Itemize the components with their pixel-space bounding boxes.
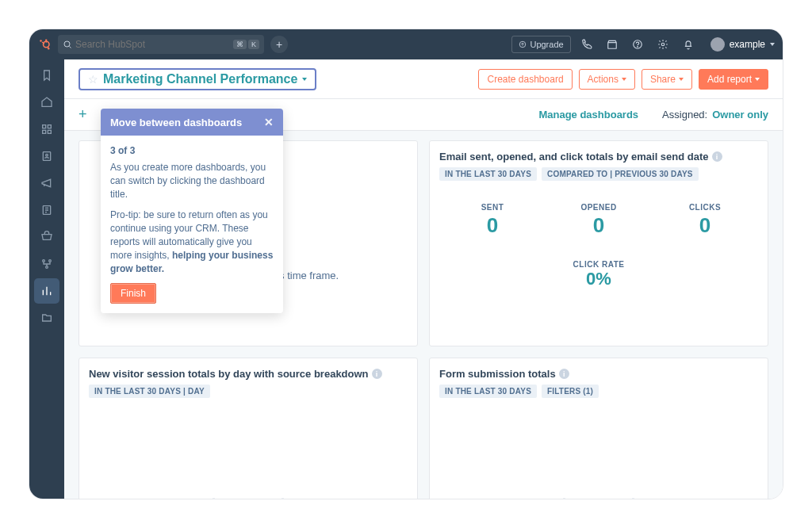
search-input[interactable] <box>75 39 230 50</box>
marketplace-icon[interactable] <box>603 35 622 54</box>
assigned-label: Assigned: <box>662 109 707 121</box>
settings-icon[interactable] <box>653 35 672 54</box>
user-avatar <box>710 37 725 52</box>
dashboard-title: Marketing Channel Performance <box>103 72 297 86</box>
upgrade-label: Upgrade <box>530 40 563 49</box>
reporting-icon[interactable] <box>34 278 59 304</box>
report-card-email: Email sent, opened, and click totals by … <box>429 140 768 346</box>
svg-point-1 <box>45 40 47 41</box>
svg-rect-15 <box>48 125 51 128</box>
metric-label: SENT <box>439 203 546 212</box>
chevron-down-icon <box>755 78 760 81</box>
hubspot-logo-icon <box>37 37 52 52</box>
dashboard-switcher[interactable]: ☆ Marketing Channel Performance <box>79 68 316 90</box>
info-icon[interactable]: i <box>712 151 722 162</box>
add-filter-button[interactable]: + <box>79 106 87 123</box>
topbar: ⌘K + Upgrade example <box>29 29 783 59</box>
popover-title: Move between dashboards <box>110 117 242 128</box>
info-icon[interactable]: i <box>372 369 382 379</box>
assigned-value[interactable]: Owner only <box>712 109 768 121</box>
finish-button[interactable]: Finish <box>110 283 156 304</box>
report-card-forms: Form submission totals i IN THE LAST 30 … <box>429 358 768 499</box>
filter-pill[interactable]: IN THE LAST 30 DAYS <box>439 385 537 398</box>
chevron-down-icon <box>302 78 307 81</box>
svg-point-12 <box>637 47 638 48</box>
filter-pill[interactable]: FILTERS (1) <box>542 385 599 398</box>
create-button[interactable]: + <box>270 36 288 53</box>
metric-label: CLICK RATE <box>439 260 758 269</box>
notifications-icon[interactable] <box>679 35 698 54</box>
filter-pill[interactable]: IN THE LAST 30 DAYS | DAY <box>89 385 210 398</box>
actions-menu[interactable]: Actions <box>579 69 635 90</box>
chevron-down-icon <box>622 78 626 81</box>
metric-label: OPENED <box>546 203 652 212</box>
upgrade-arrow-icon <box>519 40 527 48</box>
svg-point-21 <box>43 260 45 262</box>
marketing-icon[interactable] <box>34 170 59 196</box>
svg-line-8 <box>70 47 71 48</box>
phone-icon[interactable] <box>577 35 596 54</box>
svg-point-7 <box>64 41 70 47</box>
report-card-visitors: New visitor session totals by day with s… <box>79 358 418 499</box>
empty-illustration-icon <box>563 498 634 499</box>
share-menu[interactable]: Share <box>642 69 692 90</box>
filter-pill[interactable]: IN THE LAST 30 DAYS <box>439 167 537 181</box>
svg-rect-14 <box>43 125 46 128</box>
empty-illustration-icon <box>213 498 284 499</box>
metric-value: 0 <box>439 213 546 238</box>
left-sidebar <box>29 59 64 499</box>
library-icon[interactable] <box>34 305 59 331</box>
popover-text: Pro-tip: be sure to return often as you … <box>110 209 274 275</box>
metric-value: 0% <box>439 269 758 289</box>
star-icon: ☆ <box>88 73 98 86</box>
dashboard-header: ☆ Marketing Channel Performance Create d… <box>64 59 783 99</box>
plus-icon: + <box>276 38 282 51</box>
bookmark-icon[interactable] <box>34 63 59 88</box>
app-window: ⌘K + Upgrade example <box>29 29 783 499</box>
grid-icon[interactable] <box>34 117 59 142</box>
global-search[interactable]: ⌘K <box>58 35 264 54</box>
content-icon[interactable] <box>34 197 59 223</box>
account-menu[interactable]: example <box>704 37 775 52</box>
card-title: Form submission totals <box>439 368 556 380</box>
kbd-shortcut: ⌘K <box>233 40 259 49</box>
create-dashboard-button[interactable]: Create dashboard <box>478 69 572 90</box>
svg-rect-17 <box>48 130 51 133</box>
onboarding-popover: Move between dashboards ✕ 3 of 3 As you … <box>101 109 283 313</box>
main-content: ☆ Marketing Channel Performance Create d… <box>64 59 783 499</box>
card-title: New visitor session totals by day with s… <box>89 368 369 380</box>
popover-text: As you create more dashboards, you can s… <box>110 161 274 201</box>
filter-pill[interactable]: COMPARED TO | PREVIOUS 30 DAYS <box>542 167 699 181</box>
step-indicator: 3 of 3 <box>110 145 274 156</box>
help-icon[interactable] <box>628 35 647 54</box>
commerce-icon[interactable] <box>34 224 59 250</box>
metric-value: 0 <box>652 213 758 238</box>
svg-point-23 <box>46 266 48 269</box>
automation-icon[interactable] <box>34 251 59 277</box>
search-icon <box>63 40 72 49</box>
svg-point-19 <box>46 154 48 156</box>
chevron-down-icon <box>770 43 775 46</box>
card-title: Email sent, opened, and click totals by … <box>439 151 709 163</box>
svg-rect-10 <box>607 43 616 49</box>
svg-rect-16 <box>43 130 46 133</box>
close-icon[interactable]: ✕ <box>264 116 274 128</box>
add-report-button[interactable]: Add report <box>699 69 768 90</box>
home-icon[interactable] <box>34 90 59 115</box>
svg-point-22 <box>49 260 52 262</box>
popover-header: Move between dashboards ✕ <box>101 109 283 136</box>
upgrade-button[interactable]: Upgrade <box>511 36 570 53</box>
manage-dashboards-link[interactable]: Manage dashboards <box>538 109 638 121</box>
info-icon[interactable]: i <box>559 369 569 379</box>
svg-point-13 <box>661 43 665 46</box>
svg-point-2 <box>40 40 41 41</box>
contacts-icon[interactable] <box>34 143 59 169</box>
metric-label: CLICKS <box>652 203 758 212</box>
user-name: example <box>730 39 765 50</box>
metric-value: 0 <box>546 213 652 238</box>
chevron-down-icon <box>679 78 684 81</box>
